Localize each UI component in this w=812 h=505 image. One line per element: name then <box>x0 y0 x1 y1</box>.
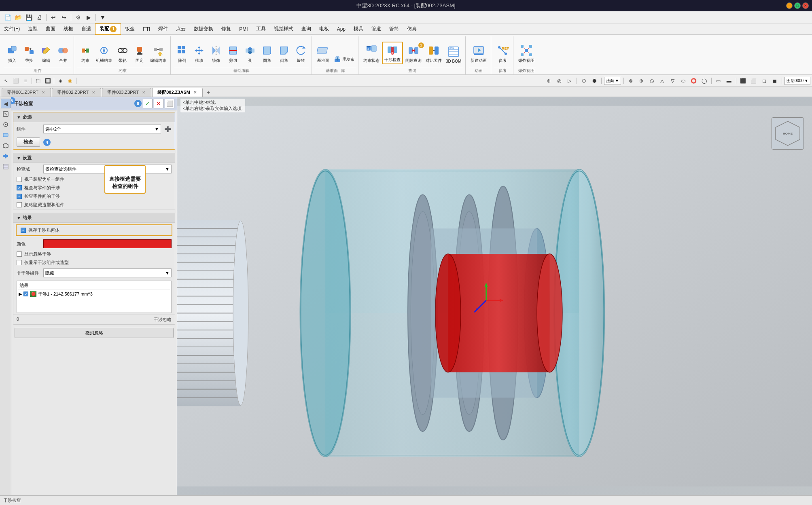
gap-query-button[interactable]: 2 间隙查询 <box>404 43 423 64</box>
tb-filter8[interactable]: ◯ <box>700 76 709 85</box>
menu-repair[interactable]: 修复 <box>217 23 235 35</box>
side-panel-toggle[interactable]: ◀ <box>1 99 11 108</box>
library-publish-button[interactable]: 库发布 <box>332 55 356 64</box>
menu-app[interactable]: App <box>333 23 350 35</box>
menu-tools[interactable]: 工具 <box>252 23 270 35</box>
menu-weldment[interactable]: 焊件 <box>154 23 172 35</box>
constraint-button[interactable]: 约束 <box>77 43 93 64</box>
compare-parts-button[interactable]: 对比零件 <box>424 43 443 64</box>
datum-plane-button[interactable]: 基准面 <box>315 43 331 64</box>
tb-display4[interactable]: ◼ <box>770 76 779 85</box>
ignore-label[interactable]: 干涉忽略 <box>154 317 172 323</box>
tb-display2[interactable]: ⬜ <box>749 76 758 85</box>
side-tool6[interactable] <box>1 162 11 171</box>
tb-nav3[interactable]: ▷ <box>565 76 574 85</box>
tb-filter1[interactable]: ⊗ <box>626 76 635 85</box>
tb-obj1[interactable]: ⬡ <box>579 76 588 85</box>
tab-add-button[interactable]: + <box>204 88 213 97</box>
rotate-button[interactable]: 旋转 <box>293 43 309 64</box>
cb-part-interference[interactable]: 检查与零件的干涉 <box>13 184 175 192</box>
cb-show-ignored[interactable]: 显示忽略干涉 <box>13 250 175 258</box>
tb-filter7[interactable]: ⭕ <box>689 76 698 85</box>
menu-query[interactable]: 查询 <box>297 23 315 35</box>
menu-sheetmetal[interactable]: 钣金 <box>121 23 139 35</box>
result-item-1[interactable]: ▶ 🔴 干涉1 - 2142.566177 mm^3 <box>18 290 170 298</box>
chamfer-button[interactable]: 倒角 <box>276 43 292 64</box>
result-section-header[interactable]: ▼ 结果 <box>13 213 175 223</box>
menu-viewstyle[interactable]: 视觉样式 <box>270 23 297 35</box>
menu-simulation[interactable]: 仿真 <box>403 23 421 35</box>
cb-between-parts[interactable]: 检查零件间的干涉 <box>13 192 175 201</box>
component-dropdown[interactable]: 选中2个 ▼ <box>43 125 161 133</box>
cb-show-ignored-box[interactable] <box>17 251 22 257</box>
menu-modeling[interactable]: 造型 <box>24 23 42 35</box>
close-button[interactable]: ✕ <box>802 2 809 9</box>
tab-part002[interactable]: 零件002.Z3PRT ✕ <box>52 88 101 97</box>
reference-button[interactable]: REF 参考 <box>494 43 511 64</box>
minimize-button[interactable]: – <box>786 2 793 9</box>
move-button[interactable]: 移动 <box>191 43 207 64</box>
tb-more[interactable]: ≡ <box>21 76 30 85</box>
cb-ignore-hidden-box[interactable] <box>17 202 22 207</box>
qa-more-icon[interactable]: ▼ <box>98 13 107 22</box>
tab-part001[interactable]: 零件001.Z3PRT ✕ <box>2 88 51 97</box>
tb-view2[interactable]: 🔲 <box>43 76 52 85</box>
component-add-arrow[interactable]: ➕ <box>163 125 172 133</box>
new-animation-button[interactable]: 新建动画 <box>469 43 488 64</box>
cb-ignore-hidden[interactable]: 忽略隐藏造型和组件 <box>13 201 175 209</box>
maximize-button[interactable]: □ <box>794 2 801 9</box>
tb-snap[interactable]: ◉ <box>66 76 74 85</box>
bom-3d-button[interactable]: BOM 3D BOM <box>444 44 463 64</box>
settings-icon[interactable]: ⚙ <box>74 13 83 22</box>
color-swatch[interactable] <box>43 239 172 248</box>
cb-subassembly[interactable]: 视子装配为单一组件 <box>13 175 175 184</box>
menu-mold[interactable]: 模具 <box>350 23 367 35</box>
nav-cube[interactable]: HOME <box>772 117 804 150</box>
menu-pmi[interactable]: PMI <box>235 23 252 35</box>
array-button[interactable]: 阵列 <box>174 43 190 64</box>
side-tool3[interactable] <box>1 130 11 140</box>
tb-layer[interactable]: ▭ <box>714 76 723 85</box>
cb-save-geometry[interactable]: 保存干涉几何体 <box>17 226 171 235</box>
settings-section-header[interactable]: ▼ 设置 <box>13 153 175 163</box>
edit-constraint-button[interactable]: 编辑约束 <box>148 43 168 64</box>
side-tool4[interactable] <box>1 141 11 150</box>
cb-subassembly-box[interactable] <box>17 177 22 182</box>
menu-electrical[interactable]: 电板 <box>315 23 333 35</box>
required-section-header[interactable]: ▼ 必选 <box>13 112 175 122</box>
explode-view-button[interactable]: 爆炸视图 <box>517 43 536 64</box>
tab-close-part001[interactable]: ✕ <box>41 90 46 95</box>
direction-dropdown[interactable]: 法向 ▼ <box>604 77 621 85</box>
menu-dataexchange[interactable]: 数据交换 <box>190 23 217 35</box>
tab-close-assembly[interactable]: ✕ <box>193 90 197 95</box>
tab-assembly002[interactable]: 装配002.Z3ASM ✕ <box>152 88 203 97</box>
redo-icon[interactable]: ↪ <box>59 13 68 22</box>
merge-button[interactable]: 合并 <box>55 43 71 64</box>
tb-obj2[interactable]: ⬢ <box>590 76 599 85</box>
save-icon[interactable]: 💾 <box>24 13 33 22</box>
tab-close-part002[interactable]: ✕ <box>91 90 96 95</box>
menu-piping[interactable]: 管道 <box>367 23 385 35</box>
mech-constraint-button[interactable]: 机械约束 <box>94 43 114 64</box>
constraint-status-button[interactable]: 31 2 约束状态 <box>362 43 381 64</box>
undo-icon[interactable]: ↩ <box>49 13 58 22</box>
check-button[interactable]: 检查 <box>17 137 40 147</box>
open-icon[interactable]: 📂 <box>14 13 23 22</box>
tb-cursor[interactable]: ↖ <box>2 76 11 85</box>
mirror-button[interactable]: 镜像 <box>208 43 224 64</box>
menu-wireframe[interactable]: 线框 <box>59 23 77 35</box>
menu-surface[interactable]: 曲面 <box>42 23 59 35</box>
tb-nav2[interactable]: ◎ <box>555 76 564 85</box>
menu-fti[interactable]: FTI <box>139 23 154 35</box>
tb-filter6[interactable]: ⬭ <box>679 76 688 85</box>
cb-save-geometry-box[interactable] <box>21 228 26 233</box>
info-button[interactable]: ⬜ <box>165 99 174 108</box>
play-icon[interactable]: ▶ <box>84 13 93 22</box>
replace-button[interactable]: 替换 <box>21 43 37 64</box>
side-tool5[interactable] <box>1 151 11 161</box>
tb-display3[interactable]: ◻ <box>760 76 769 85</box>
tb-select[interactable]: ⬜ <box>11 76 20 85</box>
hole-button[interactable]: 孔 <box>242 43 258 64</box>
side-tool1[interactable] <box>1 109 11 119</box>
fix-button[interactable]: 固定 <box>131 43 148 64</box>
